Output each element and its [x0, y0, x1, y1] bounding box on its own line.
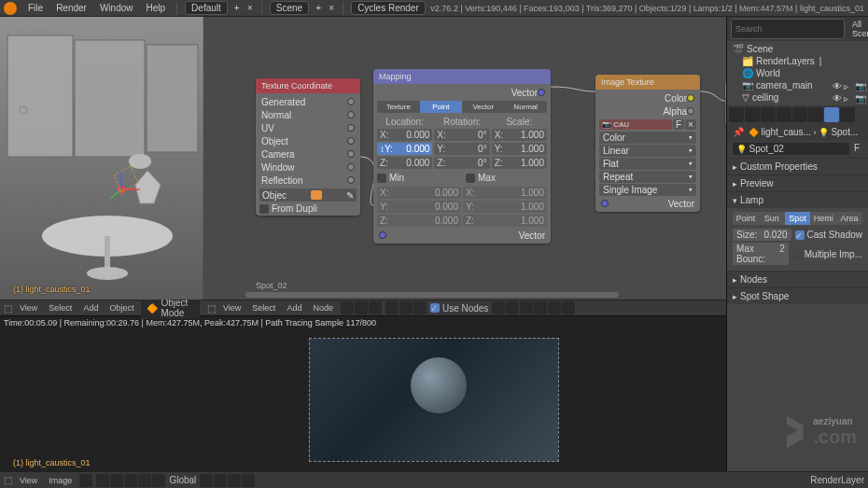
- outliner-search-input[interactable]: [731, 19, 845, 39]
- render-engine-dropdown[interactable]: Cycles Render: [351, 1, 426, 15]
- scale-y-field[interactable]: Y:1.000: [492, 143, 547, 155]
- node-texture-coordinate[interactable]: Texture Coordinate Generated Normal UV O…: [256, 78, 360, 216]
- scene-dropdown[interactable]: Scene: [270, 1, 309, 15]
- viewport-3d[interactable]: User Persp (1) light_caustics_01: [0, 17, 203, 300]
- menu-add[interactable]: Add: [79, 302, 102, 314]
- menu-help[interactable]: Help: [141, 1, 172, 15]
- node-header[interactable]: Image Texture: [595, 75, 700, 90]
- scene-tab-icon[interactable]: [761, 107, 776, 122]
- editor-type-icon[interactable]: ⬚: [4, 303, 12, 314]
- panel-custom-properties[interactable]: ▸ Custom Properties: [727, 159, 868, 174]
- extension-dropdown[interactable]: Repeat: [599, 171, 696, 183]
- lamp-datablock[interactable]: 💡 Spot_02: [733, 143, 849, 155]
- max-z-field[interactable]: Z:1.000: [463, 215, 547, 227]
- menu-add[interactable]: Add: [283, 302, 305, 314]
- menu-select[interactable]: Select: [45, 302, 76, 314]
- lamp-tab-spot[interactable]: Spot: [785, 212, 811, 225]
- interpolation-dropdown[interactable]: Linear: [599, 145, 696, 157]
- outliner-item-renderlayers[interactable]: 🗂️RenderLayers|: [727, 55, 868, 67]
- add-scene-icon[interactable]: +: [313, 3, 324, 14]
- colorspace-dropdown[interactable]: Color: [599, 132, 696, 144]
- render-tab-icon[interactable]: [729, 107, 744, 122]
- constraints-tab-icon[interactable]: [808, 107, 823, 122]
- tab-normal[interactable]: Normal: [505, 101, 548, 113]
- tab-vector[interactable]: Vector: [462, 101, 505, 113]
- scale-z-field[interactable]: Z:1.000: [492, 157, 547, 169]
- editor-type-icon[interactable]: ⬚: [207, 303, 216, 314]
- output-socket[interactable]: [347, 98, 355, 105]
- panel-preview[interactable]: ▸ Preview: [727, 175, 868, 191]
- layout-dropdown[interactable]: Default: [185, 1, 228, 15]
- menu-image[interactable]: Image: [45, 475, 76, 486]
- menu-render[interactable]: Render: [50, 1, 92, 15]
- max-x-field[interactable]: X:1.000: [463, 187, 547, 199]
- from-dupli-checkbox[interactable]: [259, 204, 269, 214]
- menu-view[interactable]: View: [219, 302, 245, 314]
- image-fake-user-icon[interactable]: F: [673, 119, 684, 130]
- menu-window[interactable]: Window: [94, 1, 139, 15]
- mapping-type-tabs[interactable]: Texture Point Vector Normal: [377, 101, 547, 113]
- menu-view[interactable]: View: [16, 475, 41, 486]
- data-tab-icon[interactable]: [824, 107, 839, 122]
- pin-icon[interactable]: 📌: [733, 127, 744, 137]
- editor-type-icon[interactable]: ⬚: [4, 475, 12, 485]
- pivot-dropdown[interactable]: Global: [169, 475, 196, 485]
- loc-z-field[interactable]: Z:0.000: [377, 157, 432, 169]
- render-layer-dropdown[interactable]: RenderLayer: [810, 475, 864, 485]
- world-tab-icon[interactable]: [777, 107, 791, 122]
- rot-x-field[interactable]: X:0°: [434, 129, 489, 141]
- rot-z-field[interactable]: Z:0°: [434, 157, 489, 169]
- cast-shadow-checkbox[interactable]: ✓: [795, 230, 805, 240]
- menu-object[interactable]: Object: [105, 302, 137, 314]
- selectable-toggle-icon[interactable]: ▹: [844, 81, 853, 91]
- node-header[interactable]: Texture Coordinate: [256, 78, 360, 93]
- min-z-field[interactable]: Z:0.000: [377, 215, 461, 227]
- outliner-item-camera[interactable]: 📷camera_main👁▹📷: [727, 79, 868, 91]
- mode-dropdown[interactable]: 🔶Object Mode: [141, 297, 200, 319]
- menu-select[interactable]: Select: [248, 302, 279, 314]
- max-y-field[interactable]: Y:1.000: [463, 201, 547, 213]
- lamp-type-tabs[interactable]: Point Sun Spot Hemi Area: [733, 212, 862, 225]
- lamp-tab-sun[interactable]: Sun: [759, 212, 785, 225]
- renderlayers-tab-icon[interactable]: [745, 107, 760, 122]
- outliner-item-scene[interactable]: 🎬Scene: [727, 43, 868, 55]
- source-dropdown[interactable]: Single Image: [599, 184, 696, 196]
- physics-tab-icon[interactable]: [840, 107, 855, 122]
- tab-point[interactable]: Point: [420, 101, 463, 113]
- lamp-tab-point[interactable]: Point: [733, 212, 759, 225]
- menu-view[interactable]: View: [16, 302, 41, 314]
- node-snap-icons[interactable]: [492, 301, 575, 314]
- panel-nodes[interactable]: ▸ Nodes: [727, 272, 868, 287]
- outliner-item-world[interactable]: 🌐World: [727, 67, 868, 79]
- add-layout-icon[interactable]: +: [231, 3, 243, 14]
- remove-scene-icon[interactable]: ×: [326, 3, 337, 14]
- min-checkbox[interactable]: [377, 174, 386, 183]
- multiple-importance-checkbox[interactable]: [792, 249, 802, 258]
- min-y-field[interactable]: Y:0.000: [377, 201, 461, 213]
- image-datablock-icon[interactable]: [79, 474, 92, 487]
- node-header[interactable]: Mapping: [373, 69, 551, 84]
- visibility-toggle-icon[interactable]: 👁: [833, 81, 842, 91]
- lamp-tab-hemi[interactable]: Hemi: [810, 212, 836, 225]
- lamp-tab-area[interactable]: Area: [836, 212, 862, 225]
- outliner-filter-dropdown[interactable]: All Scenes: [848, 19, 868, 39]
- fake-user-button[interactable]: F: [851, 143, 862, 155]
- outliner[interactable]: 🎬Scene 🗂️RenderLayers| 🌐World 📷camera_ma…: [727, 41, 868, 105]
- object-picker-icon[interactable]: [311, 190, 322, 200]
- image-datablock[interactable]: 📷 CAU: [599, 119, 672, 130]
- max-checkbox[interactable]: [466, 174, 475, 183]
- eyedropper-icon[interactable]: ✎: [346, 190, 354, 201]
- properties-context-tabs[interactable]: [727, 105, 868, 124]
- rot-y-field[interactable]: Y:0°: [434, 143, 489, 155]
- lamp-size-field[interactable]: Size:0.020: [733, 229, 791, 241]
- node-tree-type-icons[interactable]: [341, 301, 382, 314]
- render-toggle-icon[interactable]: 📷: [855, 81, 864, 91]
- projection-dropdown[interactable]: Flat: [599, 158, 696, 170]
- panel-spot-shape[interactable]: ▸ Spot Shape: [727, 288, 868, 304]
- scale-x-field[interactable]: X:1.000: [492, 129, 547, 141]
- loc-x-field[interactable]: X:0.000: [377, 129, 432, 141]
- panel-lamp[interactable]: ▾ Lamp: [727, 192, 868, 208]
- menu-file[interactable]: File: [22, 1, 49, 15]
- loc-y-field[interactable]: ↕Y:0.000: [377, 143, 432, 155]
- image-unlink-icon[interactable]: ×: [685, 119, 696, 130]
